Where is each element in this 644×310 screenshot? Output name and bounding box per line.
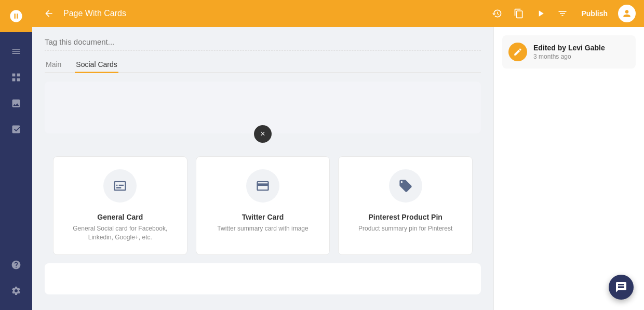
publish-button[interactable]: Publish [576, 6, 613, 21]
tabs: Main Social Cards [45, 57, 481, 73]
play-icon[interactable] [532, 5, 549, 22]
page-title: Page With Cards [63, 9, 482, 18]
content-wrapper: Main Social Cards × General Card General… [32, 27, 644, 310]
close-button[interactable]: × [254, 125, 272, 143]
filter-icon[interactable] [554, 5, 571, 22]
sidebar-item-images[interactable] [5, 92, 27, 114]
tag-icon [398, 179, 413, 193]
history-icon[interactable] [489, 5, 505, 22]
user-avatar[interactable] [618, 5, 636, 22]
sidebar-nav [5, 32, 27, 254]
edit-time: 3 months ago [533, 53, 605, 60]
chat-bubble[interactable] [609, 275, 634, 300]
history-text: Edited by Levi Gable 3 months ago [533, 44, 605, 60]
editor-name: Edited by Levi Gable [533, 44, 605, 52]
cards-grid: General Card General Social card for Fac… [45, 144, 481, 263]
twitter-card-desc: Twitter summary card with image [217, 224, 308, 233]
right-sidebar: Edited by Levi Gable 3 months ago [493, 27, 644, 310]
pinterest-card-title: Pinterest Product Pin [369, 213, 442, 221]
pinterest-card-icon-wrap [389, 169, 422, 203]
pinterest-card-desc: Product summary pin for Pinterest [358, 224, 452, 233]
id-card-icon [113, 179, 127, 193]
tag-field[interactable] [45, 37, 481, 51]
twitter-card-icon-wrap [246, 169, 279, 203]
general-card-title: General Card [97, 213, 143, 221]
sidebar-bottom [5, 254, 27, 310]
sidebar-item-settings[interactable] [5, 280, 27, 302]
gray-section: × [45, 82, 481, 133]
back-button[interactable] [41, 5, 57, 22]
second-section [45, 263, 481, 294]
sidebar-item-help[interactable] [5, 254, 27, 276]
general-card-option[interactable]: General Card General Social card for Fac… [53, 156, 187, 255]
pinterest-card-option[interactable]: Pinterest Product Pin Product summary pi… [338, 156, 473, 255]
sidebar-item-analytics[interactable] [5, 118, 27, 140]
sidebar-logo[interactable] [0, 0, 32, 32]
history-item: Edited by Levi Gable 3 months ago [502, 35, 636, 69]
twitter-card-title: Twitter Card [242, 213, 284, 221]
main-area: Page With Cards Publish [32, 0, 644, 310]
history-avatar [508, 43, 527, 61]
credit-card-icon [256, 179, 270, 193]
sidebar [0, 0, 32, 310]
general-card-icon-wrap [103, 169, 137, 203]
sidebar-item-grid[interactable] [5, 66, 27, 88]
general-card-desc: General Social card for Facebook, Linked… [64, 224, 177, 242]
content-main: Main Social Cards × General Card General… [32, 27, 493, 310]
twitter-card-option[interactable]: Twitter Card Twitter summary card with i… [196, 156, 330, 255]
copy-icon[interactable] [511, 5, 527, 22]
topbar-actions: Publish [489, 5, 636, 22]
sidebar-item-menu[interactable] [5, 41, 27, 62]
topbar: Page With Cards Publish [32, 0, 644, 27]
chat-icon [615, 281, 627, 293]
tab-social-cards[interactable]: Social Cards [75, 57, 118, 73]
tab-main[interactable]: Main [45, 57, 62, 73]
edit-icon [513, 47, 522, 57]
